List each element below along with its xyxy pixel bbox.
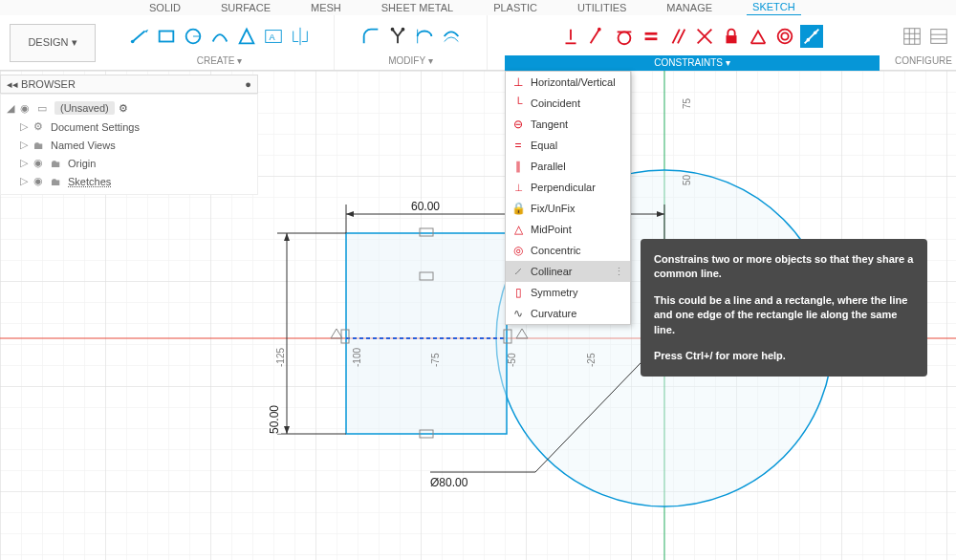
expand-icon[interactable]: ◢	[7, 102, 16, 115]
axis-tick: 50	[682, 175, 692, 185]
tree-root[interactable]: ◢ ◉ ▭ (Unsaved) ⚙	[1, 98, 257, 118]
svg-point-8	[401, 28, 404, 32]
modify-group: MODIFY ▾	[335, 15, 488, 70]
browser-panel: ◂◂ BROWSER ● ◢ ◉ ▭ (Unsaved) ⚙ ▷ ⚙ Docum…	[0, 75, 258, 195]
unsaved-label: (Unsaved)	[54, 101, 115, 115]
visibility-icon[interactable]: ◉	[33, 175, 47, 187]
offset-tool-icon[interactable]	[440, 25, 463, 48]
tooltip-line1: Constrains two or more objects so that t…	[654, 252, 914, 282]
perpendicular-constraint-icon[interactable]	[693, 25, 716, 48]
constraints-dropdown-bar[interactable]: CONSTRAINTS ▾	[505, 55, 880, 71]
tree-origin[interactable]: ▷ ◉ 🖿 Origin	[1, 154, 257, 172]
visibility-icon[interactable]: ◉	[33, 157, 47, 169]
tooltip: Constrains two or more objects so that t…	[641, 239, 927, 377]
doc-settings-icon[interactable]: ⚙	[119, 102, 128, 115]
menu-parallel[interactable]: ∥ Parallel	[506, 156, 630, 177]
svg-rect-34	[931, 30, 947, 44]
menu-fix-unfix[interactable]: 🔒 Fix/UnFix	[506, 198, 630, 219]
concentric-icon: ◎	[511, 244, 525, 257]
hv-icon: ⊥	[511, 75, 525, 89]
text-tool-icon[interactable]: A	[262, 25, 285, 48]
expand-icon[interactable]: ▷	[20, 120, 30, 133]
menu-concentric[interactable]: ◎ Concentric	[506, 240, 630, 261]
mirror-tool-icon[interactable]	[289, 25, 312, 48]
perpendicular-icon: ⟂	[511, 181, 525, 194]
coincident-constraint-icon[interactable]	[586, 25, 609, 48]
menu-label: Horizontal/Vertical	[531, 76, 616, 88]
equal-constraint-icon[interactable]	[640, 25, 663, 48]
midpoint-constraint-icon[interactable]	[747, 25, 770, 48]
tab-manage[interactable]: MANAGE	[661, 0, 718, 15]
menu-collinear[interactable]: ⟋ Collinear ⋮	[506, 261, 630, 282]
menu-label: Concentric	[531, 245, 581, 256]
equal-icon: =	[511, 139, 525, 152]
menu-label: Fix/UnFix	[531, 203, 575, 214]
coincident-icon: └	[511, 97, 525, 110]
tab-solid[interactable]: SOLID	[143, 0, 186, 15]
modify-label[interactable]: MODIFY ▾	[388, 55, 432, 66]
menu-midpoint[interactable]: △ MidPoint	[506, 219, 630, 240]
menu-label: Coincident	[531, 97, 580, 109]
visibility-icon[interactable]: ◉	[20, 102, 33, 115]
fix-constraint-icon[interactable]	[720, 25, 743, 48]
tab-mesh[interactable]: MESH	[305, 0, 347, 15]
svg-rect-43	[346, 233, 507, 434]
browser-header[interactable]: ◂◂ BROWSER ●	[0, 75, 258, 94]
tooltip-line3: Press Ctrl+/ for more help.	[654, 349, 914, 363]
config-grid-icon[interactable]	[901, 25, 923, 48]
configure-label[interactable]: CONFIGURE	[895, 55, 952, 66]
collinear-icon: ⟋	[511, 265, 525, 278]
gear-icon: ⚙	[33, 120, 47, 133]
tangent-icon: ⊖	[511, 118, 525, 131]
folder-icon: 🖿	[33, 140, 47, 151]
concentric-constraint-icon[interactable]	[773, 25, 796, 48]
tangent-constraint-icon[interactable]	[613, 25, 636, 48]
rectangle-tool-icon[interactable]	[155, 25, 178, 48]
menu-curvature[interactable]: ∿ Curvature	[506, 303, 630, 324]
line-tool-icon[interactable]	[128, 25, 151, 48]
tree-named-views[interactable]: ▷ 🖿 Named Views	[1, 136, 257, 154]
svg-line-26	[805, 30, 819, 44]
design-dropdown[interactable]: DESIGN ▾	[10, 24, 96, 62]
trim-tool-icon[interactable]	[386, 25, 409, 48]
tree-doc-settings[interactable]: ▷ ⚙ Document Settings	[1, 118, 257, 136]
create-label[interactable]: CREATE ▾	[197, 55, 243, 66]
parallel-constraint-icon[interactable]	[666, 25, 689, 48]
polygon-tool-icon[interactable]	[235, 25, 258, 48]
menu-symmetry[interactable]: ▯ Symmetry	[506, 282, 630, 303]
menu-coincident[interactable]: └ Coincident	[506, 93, 630, 114]
tab-plastic[interactable]: PLASTIC	[488, 0, 543, 15]
tab-utilities[interactable]: UTILITIES	[572, 0, 632, 15]
menu-label: Tangent	[531, 118, 568, 130]
component-icon: ▭	[37, 102, 51, 115]
svg-point-0	[130, 40, 134, 44]
axis-tick: -50	[507, 354, 517, 367]
circle-tool-icon[interactable]	[182, 25, 205, 48]
hv-constraint-icon[interactable]	[559, 25, 582, 48]
expand-icon[interactable]: ▷	[20, 139, 30, 151]
browser-settings-icon[interactable]: ●	[245, 78, 251, 90]
dimension-width[interactable]: 60.00	[411, 200, 440, 213]
arc-tool-icon[interactable]	[208, 25, 231, 48]
lock-icon: 🔒	[511, 202, 525, 215]
tab-sheet-metal[interactable]: SHEET METAL	[376, 0, 459, 15]
menu-perpendicular[interactable]: ⟂ Perpendicular	[506, 177, 630, 198]
menu-tangent[interactable]: ⊖ Tangent	[506, 114, 630, 135]
config-table-icon[interactable]	[927, 25, 950, 48]
axis-tick: -100	[352, 348, 362, 367]
svg-point-27	[807, 38, 811, 42]
dimension-height[interactable]: 50.00	[268, 405, 281, 434]
dimension-diameter[interactable]: Ø80.00	[430, 476, 467, 489]
menu-horizontal-vertical[interactable]: ⊥ Horizontal/Vertical	[506, 72, 630, 93]
expand-icon[interactable]: ▷	[20, 157, 30, 169]
menu-equal[interactable]: = Equal	[506, 135, 630, 156]
expand-icon[interactable]: ▷	[20, 175, 30, 187]
extend-tool-icon[interactable]	[413, 25, 436, 48]
tab-surface[interactable]: SURFACE	[215, 0, 276, 15]
tab-sketch[interactable]: SKETCH	[747, 0, 801, 16]
collinear-constraint-icon[interactable]	[800, 25, 823, 48]
axis-tick: -125	[275, 348, 286, 367]
tree-sketches[interactable]: ▷ ◉ 🖿 Sketches	[1, 172, 257, 190]
collapse-icon[interactable]: ◂◂	[7, 78, 18, 90]
fillet-tool-icon[interactable]	[359, 25, 382, 48]
